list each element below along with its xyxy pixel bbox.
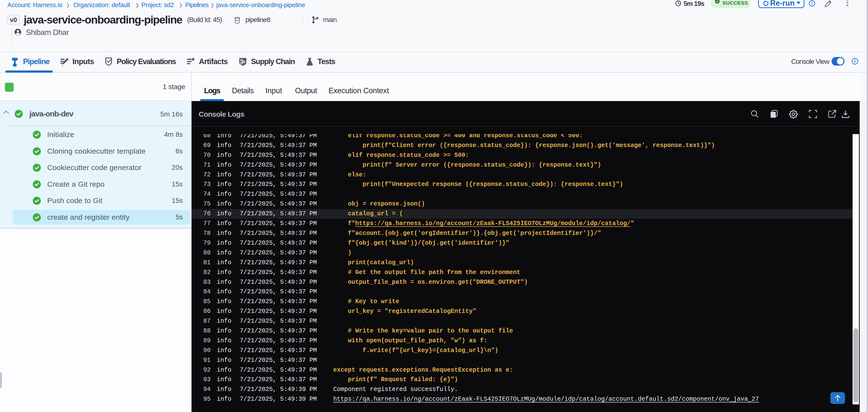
svg-text:˂/˃: ˂/˃	[236, 19, 239, 22]
